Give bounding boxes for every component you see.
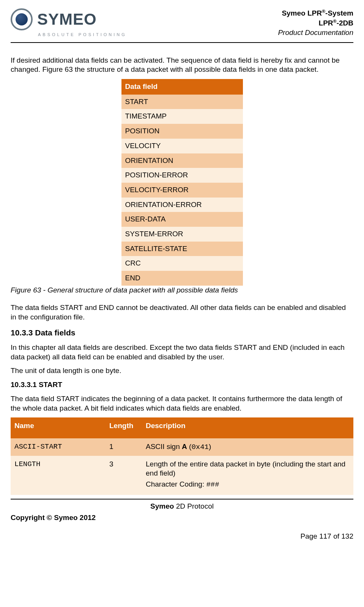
table-row: VELOCITY-ERROR xyxy=(121,183,243,198)
row0-desc-bold: A xyxy=(182,443,187,451)
datafield-cell: USER-DATA xyxy=(121,212,243,227)
section-heading: 10.3.3 Data fields xyxy=(11,327,353,338)
row1-desc: Length of the entire data packet in byte… xyxy=(142,456,353,495)
copyright: Copyright © Symeo 2012 xyxy=(11,513,353,523)
table-row: ORIENTATION xyxy=(121,153,243,168)
row1-desc-line2-label: Character Coding: xyxy=(146,480,206,488)
row1-len: 3 xyxy=(106,456,142,495)
start-col-name: Name xyxy=(11,417,106,438)
datafield-header: Data field xyxy=(121,79,243,95)
table-row: CRC xyxy=(121,256,243,271)
datafield-cell: VELOCITY-ERROR xyxy=(121,183,243,198)
row0-desc-close: ) xyxy=(209,443,211,451)
datafield-cell: END xyxy=(121,271,243,286)
row0-len: 1 xyxy=(106,438,142,456)
logo: SYMEO ABSOLUTE POSITIONING xyxy=(11,8,127,37)
table-row: START xyxy=(121,95,243,109)
logo-subtitle: ABSOLUTE POSITIONING xyxy=(38,32,127,37)
table-row: POSITION xyxy=(121,124,243,139)
paragraph-4: The unit of data length is one byte. xyxy=(11,366,353,376)
datafield-cell: SATELLITE-STATE xyxy=(121,242,243,256)
start-col-description: Description xyxy=(142,417,353,438)
table-row: POSITION-ERROR xyxy=(121,168,243,183)
title-line2-post: -2DB xyxy=(337,19,353,27)
datafield-cell: SYSTEM-ERROR xyxy=(121,227,243,242)
title-line2-sup: ® xyxy=(333,19,337,24)
footer-center-bold: Symeo xyxy=(150,502,174,510)
datafield-table: Data field STARTTIMESTAMPPOSITIONVELOCIT… xyxy=(121,79,243,286)
table-row: ORIENTATION-ERROR xyxy=(121,198,243,212)
row1-desc-line2-mono: ### xyxy=(206,481,219,489)
datafield-cell: ORIENTATION-ERROR xyxy=(121,198,243,212)
paragraph-5: The data field START indicates the begin… xyxy=(11,394,353,413)
table-row: SATELLITE-STATE xyxy=(121,242,243,256)
row1-desc-line1: Length of the entire data packet in byte… xyxy=(146,460,350,478)
page-header: SYMEO ABSOLUTE POSITIONING Symeo LPR®-Sy… xyxy=(11,8,353,40)
datafield-cell: CRC xyxy=(121,256,243,271)
table-row: TIMESTAMP xyxy=(121,109,243,124)
datafield-cell: POSITION-ERROR xyxy=(121,168,243,183)
title-line1-pre: Symeo LPR xyxy=(282,9,322,17)
datafield-cell: ORIENTATION xyxy=(121,153,243,168)
table-row: SYSTEM-ERROR xyxy=(121,227,243,242)
datafield-cell: START xyxy=(121,95,243,109)
footer-center-rest: 2D Protocol xyxy=(174,502,214,510)
row0-desc-pre: ASCII sign xyxy=(146,443,182,451)
row1-name: LENGTH xyxy=(11,456,106,495)
title-line3: Product Documentation xyxy=(278,28,353,38)
datafield-cell: POSITION xyxy=(121,124,243,139)
doc-title-block: Symeo LPR®-System LPR®-2DB Product Docum… xyxy=(278,8,353,38)
row0-desc-mono: 0x41 xyxy=(191,443,209,451)
table-row: USER-DATA xyxy=(121,212,243,227)
row0-name: ASCII-START xyxy=(11,438,106,456)
header-rule xyxy=(11,42,353,43)
row0-desc: ASCII sign A (0x41) xyxy=(142,438,353,456)
row0-desc-open: ( xyxy=(187,443,192,451)
datafield-cell: TIMESTAMP xyxy=(121,109,243,124)
intro-paragraph: If desired additional data fields can be… xyxy=(11,56,353,74)
table-row: ASCII-START 1 ASCII sign A (0x41) xyxy=(11,438,353,456)
start-table: Name Length Description ASCII-START 1 AS… xyxy=(11,417,353,495)
subsection-heading: 10.3.3.1 START xyxy=(11,380,353,390)
title-line2-pre: LPR xyxy=(319,19,333,27)
table-row: VELOCITY xyxy=(121,139,243,153)
figure-caption: Figure 63 - General structure of data pa… xyxy=(11,286,353,295)
start-col-length: Length xyxy=(106,417,142,438)
page-number: Page 117 of 132 xyxy=(11,532,353,541)
table-row: END xyxy=(121,271,243,286)
paragraph-3: In this chapter all data fields are desc… xyxy=(11,343,353,362)
datafield-cell: VELOCITY xyxy=(121,139,243,153)
footer-rule xyxy=(11,499,353,500)
paragraph-2: The data fields START and END cannot be … xyxy=(11,303,353,322)
title-line1-post: -System xyxy=(325,9,353,17)
footer-center: Symeo 2D Protocol xyxy=(11,502,353,511)
logo-icon xyxy=(11,8,33,30)
table-row: LENGTH 3 Length of the entire data packe… xyxy=(11,456,353,495)
title-line1-sup: ® xyxy=(322,9,325,14)
logo-text: SYMEO xyxy=(37,9,97,30)
